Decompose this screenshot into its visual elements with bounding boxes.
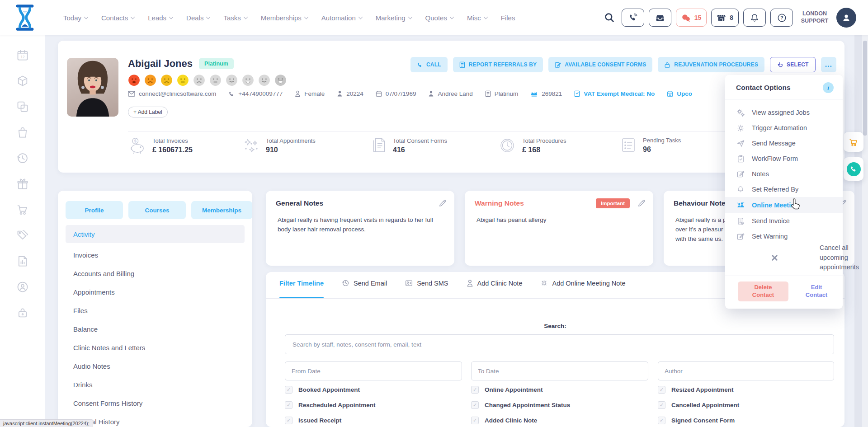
- shopping-bag-icon[interactable]: [16, 126, 29, 139]
- menu-item-set-warning[interactable]: Set Warning: [725, 229, 843, 244]
- mood-icon-8[interactable]: [242, 74, 254, 86]
- edit-pencil-icon[interactable]: [637, 199, 645, 207]
- from-date-input[interactable]: [285, 361, 462, 380]
- checkbox-rescheduled-appointment[interactable]: ✓Rescheduled Appointment: [285, 401, 471, 409]
- call-button[interactable]: CALL: [410, 57, 448, 72]
- checkbox-changed-appointment-status[interactable]: ✓Changed Appointment Status: [471, 401, 658, 409]
- nav-item-marketing[interactable]: Marketing: [376, 14, 412, 22]
- nav-item-quotes[interactable]: Quotes: [425, 14, 453, 22]
- nav-item-leads[interactable]: Leads: [148, 14, 173, 22]
- contact-vat-status[interactable]: VAT Exempt Medical: No: [574, 90, 655, 97]
- floating-cart-button[interactable]: [844, 132, 863, 152]
- contact-phone[interactable]: +447490009777: [228, 90, 283, 97]
- mood-icon-3[interactable]: [160, 74, 173, 86]
- checkbox-added-clinic-note[interactable]: ✓Added Clinic Note: [471, 417, 658, 424]
- nav-item-automation[interactable]: Automation: [321, 14, 362, 22]
- checkbox-resized-appointment[interactable]: ✓Resized Appointment: [658, 386, 739, 394]
- consent-forms-button[interactable]: AVAILABLE CONSENT FORMS: [548, 57, 652, 72]
- mood-icon-10[interactable]: [274, 74, 287, 86]
- floating-phone-button[interactable]: [844, 157, 863, 181]
- profile-nav-item-activity[interactable]: Activity: [66, 225, 245, 243]
- profile-nav-item-audio-notes[interactable]: Audio Notes: [66, 357, 245, 375]
- tab-memberships[interactable]: Memberships: [191, 201, 252, 219]
- checkbox-issued-receipt[interactable]: ✓Issued Receipt: [285, 417, 471, 424]
- delete-contact-button[interactable]: Delete Contact: [738, 282, 788, 301]
- add-label-button[interactable]: + Add Label: [128, 107, 168, 117]
- profile-nav-item-accounts-and-billing[interactable]: Accounts and Billing: [66, 264, 245, 283]
- author-input[interactable]: [658, 361, 834, 380]
- nav-item-tasks[interactable]: Tasks: [223, 14, 247, 22]
- nav-item-files[interactable]: Files: [501, 14, 515, 22]
- search-input[interactable]: [285, 334, 834, 354]
- edit-contact-button[interactable]: Edit Contact: [803, 284, 830, 299]
- menu-item-notes[interactable]: Notes: [725, 166, 843, 182]
- to-date-input[interactable]: [471, 361, 648, 380]
- contact-upcoming[interactable]: 12Upco: [667, 90, 692, 97]
- checkbox-online-appointment[interactable]: ✓Online Appointment: [471, 386, 658, 394]
- inbox-button[interactable]: [649, 9, 671, 27]
- menu-item-send-invoice[interactable]: Send Invoice: [725, 213, 843, 229]
- report-icon[interactable]: [16, 255, 29, 267]
- profile-nav-item-balance[interactable]: Balance: [66, 320, 245, 338]
- report-referrals-button[interactable]: REPORT REFERRALS BY: [453, 57, 543, 72]
- menu-item-view-assigned-jobs[interactable]: View assigned Jobs: [725, 105, 843, 120]
- rejuvenation-button[interactable]: REJUVENATION PROCEDURES: [658, 57, 764, 72]
- edit-pencil-icon[interactable]: [439, 199, 446, 207]
- messages-button[interactable]: 15: [676, 9, 707, 27]
- tab-add-online-meeting-note[interactable]: Add Online Meeting Note: [540, 279, 625, 287]
- contact-email[interactable]: connect@clinicsoftware.com: [128, 90, 216, 97]
- mood-icon-6[interactable]: [209, 74, 222, 86]
- mood-icon-1[interactable]: [128, 74, 140, 86]
- support-icon[interactable]: [16, 281, 29, 293]
- lock-icon[interactable]: [16, 306, 29, 319]
- profile-nav-item-consent-forms-history[interactable]: Consent Forms History: [66, 394, 245, 413]
- history-icon[interactable]: [16, 152, 29, 164]
- search-icon[interactable]: [604, 13, 614, 23]
- menu-item-set-referred-by[interactable]: Set Referred By: [725, 182, 843, 197]
- nav-item-contacts[interactable]: Contacts: [101, 14, 134, 22]
- store-button[interactable]: 8: [711, 9, 739, 27]
- profile-nav-item-files[interactable]: Files: [66, 301, 245, 320]
- nav-item-today[interactable]: Today: [63, 14, 88, 22]
- menu-item-online-meeting[interactable]: Online Meeting: [725, 197, 843, 213]
- checkbox-booked-appointment[interactable]: ✓Booked Appointment: [285, 386, 471, 394]
- tab-send-email[interactable]: Send Email: [342, 279, 387, 287]
- calendar-icon[interactable]: 12: [16, 49, 29, 61]
- tab-courses[interactable]: Courses: [128, 201, 186, 219]
- scrollbar-thumb[interactable]: [863, 41, 867, 136]
- mood-icon-2[interactable]: [144, 74, 156, 86]
- help-button[interactable]: ?: [770, 9, 793, 27]
- mood-icon-7[interactable]: [226, 74, 238, 86]
- phone-button[interactable]: [622, 9, 644, 27]
- menu-item-trigger-automation[interactable]: Trigger Automation: [725, 120, 843, 136]
- info-icon[interactable]: i: [823, 82, 834, 93]
- nav-item-misc[interactable]: Misc: [467, 14, 487, 22]
- gift-icon[interactable]: [16, 178, 29, 190]
- user-location-label[interactable]: LONDON SUPPORT: [797, 10, 832, 24]
- menu-item-workflow-form[interactable]: WorkFlow Form: [725, 151, 843, 166]
- checkbox-signed-consent-form[interactable]: ✓Signed Consent Form: [658, 417, 739, 424]
- clinicsoftware-logo[interactable]: [14, 4, 36, 32]
- nav-item-memberships[interactable]: Memberships: [261, 14, 308, 22]
- cart-icon[interactable]: [16, 203, 29, 216]
- menu-item-cancel-all-upcoming-appointments[interactable]: Cancel all upcoming appointments: [725, 244, 843, 271]
- profile-nav-item-drinks[interactable]: Drinks: [66, 375, 245, 394]
- tab-send-sms[interactable]: Send SMS: [405, 279, 448, 287]
- package-icon[interactable]: [16, 75, 29, 87]
- tab-filter-timeline[interactable]: Filter Timeline: [279, 280, 324, 287]
- select-button[interactable]: SELECT: [770, 57, 816, 72]
- user-avatar[interactable]: [836, 8, 856, 28]
- profile-nav-item-appointments[interactable]: Appointments: [66, 283, 245, 301]
- notifications-button[interactable]: [743, 9, 766, 27]
- checkbox-cancelled-appointment[interactable]: ✓Cancelled Appointment: [658, 401, 739, 409]
- mood-icon-9[interactable]: [258, 74, 270, 86]
- mood-icon-4[interactable]: [177, 74, 189, 86]
- tab-profile[interactable]: Profile: [66, 201, 123, 219]
- tab-add-clinic-note[interactable]: Add Clinic Note: [467, 279, 523, 287]
- nav-item-deals[interactable]: Deals: [186, 14, 210, 22]
- tags-icon[interactable]: [16, 229, 29, 242]
- more-options-button[interactable]: ...: [821, 57, 836, 72]
- profile-nav-item-clinic-notes-and-letters[interactable]: Clinic Notes and Letters: [66, 338, 245, 357]
- menu-item-send-message[interactable]: Send Message: [725, 136, 843, 151]
- profile-nav-item-invoices[interactable]: Invoices: [66, 246, 245, 264]
